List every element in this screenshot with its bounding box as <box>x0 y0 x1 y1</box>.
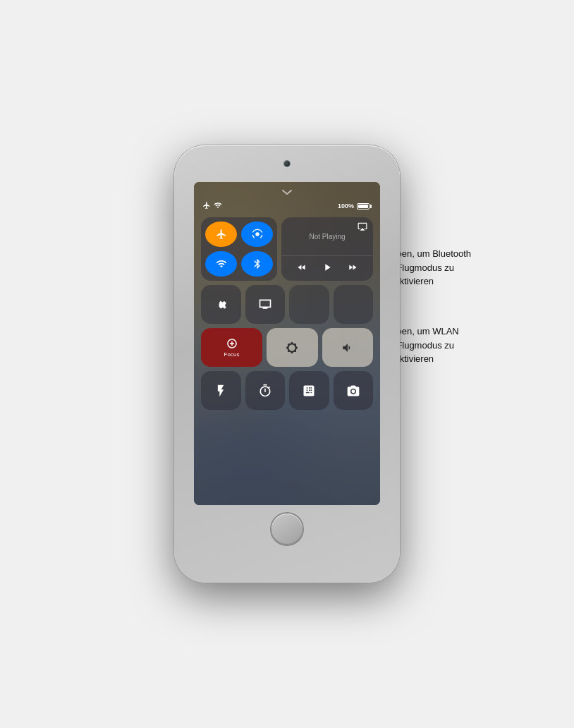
status-right: 100% <box>338 202 372 210</box>
airplane-mode-button[interactable] <box>205 222 237 247</box>
airplay-button[interactable] <box>358 222 367 233</box>
brightness-button[interactable] <box>267 328 318 367</box>
wifi-status-icon <box>214 201 222 211</box>
focus-label: Focus <box>224 351 240 358</box>
screen-mirror-button[interactable] <box>245 285 286 324</box>
battery-icon <box>357 203 372 210</box>
now-playing-top: Not Playing <box>281 217 373 255</box>
volume-button[interactable] <box>322 328 374 367</box>
controls-grid: Not Playing <box>201 217 373 498</box>
device-wrapper: Tippen, um Bluetooth im Flugmodus zu dea… <box>0 0 574 728</box>
camera-button[interactable] <box>334 371 374 410</box>
bottom-row <box>201 371 373 410</box>
now-playing-text: Not Playing <box>309 233 345 241</box>
media-controls <box>281 255 373 281</box>
connectivity-block <box>201 217 277 281</box>
home-button[interactable] <box>271 514 303 545</box>
airdrop-button[interactable] <box>241 222 273 247</box>
battery-percent: 100% <box>338 202 354 210</box>
wifi-button[interactable] <box>205 251 237 277</box>
svg-point-2 <box>255 232 259 236</box>
flashlight-button[interactable] <box>201 371 241 410</box>
calculator-button[interactable] <box>289 371 329 410</box>
fast-forward-button[interactable] <box>348 262 358 274</box>
svg-point-3 <box>219 303 223 306</box>
top-row: Not Playing <box>201 217 373 281</box>
play-button[interactable] <box>322 262 333 275</box>
mid-row <box>201 285 373 324</box>
home-button-area <box>174 505 400 553</box>
empty-button-1 <box>289 285 329 324</box>
focus-row: Focus <box>201 328 373 367</box>
device-top-bar <box>174 145 400 182</box>
empty-button-2 <box>334 285 374 324</box>
chevron-indicator <box>280 188 294 198</box>
device-screen: 100% <box>194 182 380 505</box>
airplane-mode-icon <box>202 201 211 211</box>
timer-button[interactable] <box>245 371 286 410</box>
focus-button[interactable]: Focus <box>201 328 262 367</box>
now-playing-block[interactable]: Not Playing <box>281 217 373 281</box>
status-bar: 100% <box>202 200 372 212</box>
ipod-device: 100% <box>174 145 400 583</box>
status-left <box>202 201 222 211</box>
bluetooth-button[interactable] <box>241 251 273 277</box>
rewind-button[interactable] <box>297 262 307 274</box>
front-camera <box>284 161 290 166</box>
rotation-lock-button[interactable] <box>201 285 241 324</box>
